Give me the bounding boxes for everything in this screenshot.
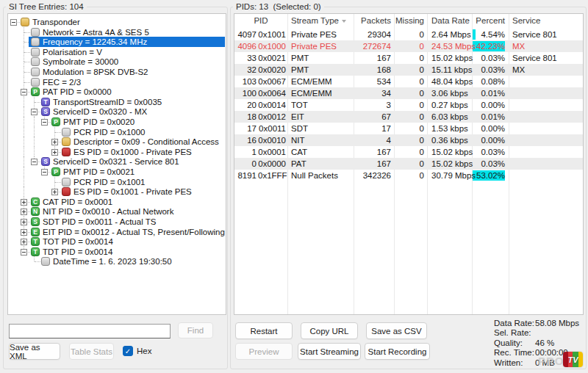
pid-row[interactable]: 200x0014TOT300.27 kbps0.00% [234, 99, 583, 111]
tree-item[interactable]: SSDT PID = 0x0011 - Actual TS [8, 217, 226, 227]
expand-toggle-icon[interactable] [21, 199, 27, 206]
pid-row[interactable]: 330x0021PMT167015.02 kbps0.03%Service 80… [234, 52, 583, 64]
column-header-data-rate[interactable]: Data Rate [431, 14, 472, 28]
expand-toggle-icon[interactable] [21, 219, 27, 225]
pid-row[interactable]: 1000x0064ECM/EMM3403.06 kbps0.01% [234, 87, 583, 99]
pid-table: PIDStream TypePacketsMissingData RatePer… [234, 13, 584, 315]
collapse-toggle-icon[interactable] [21, 89, 27, 95]
tree-item[interactable]: ES PID = 0x1001 - Private PES [8, 186, 226, 197]
column-header-stream-type[interactable]: Stream Type [291, 14, 343, 28]
cell-pid-hex: 0x0020 [258, 64, 286, 76]
tree-item[interactable]: TTDT PID = 0x0014 [8, 247, 226, 257]
tree-connector [55, 132, 61, 134]
tree-connector [38, 112, 40, 113]
save-as-xml-button[interactable]: Save as XML [9, 343, 60, 360]
tree-connector [24, 147, 25, 157]
tree-item[interactable]: PPMT PID = 0x0021 [8, 167, 226, 177]
pid-row[interactable]: 180x0012EIT6706.03 kbps0.01% [234, 111, 583, 123]
pid-row[interactable]: 40960x1000Private PES272674024.53 Mbps42… [234, 40, 583, 52]
collapse-toggle-icon[interactable] [31, 109, 37, 115]
collapse-toggle-icon[interactable] [41, 169, 48, 175]
pid-row[interactable]: 10x0001CAT167015.02 kbps0.03% [234, 146, 583, 158]
tree-item[interactable]: Symbolrate = 30000 [8, 57, 226, 67]
tree-connector [34, 127, 35, 137]
collapse-toggle-icon[interactable] [21, 249, 27, 256]
tree-item[interactable]: Transponder [8, 17, 226, 27]
tree-item[interactable]: CCAT PID = 0x0001 [8, 197, 226, 207]
expand-toggle-icon[interactable] [21, 239, 27, 245]
collapse-toggle-icon[interactable] [31, 159, 37, 165]
tree-item[interactable]: SServiceID = 0x0321 - Service 801 [8, 156, 226, 167]
tree-connector [34, 147, 35, 157]
tree-item-label: PCR PID = 0x1001 [74, 177, 145, 187]
expand-toggle-icon[interactable] [21, 229, 27, 236]
cell-pid-dec: 20 [234, 99, 257, 111]
tree-item[interactable]: Polarisation = V [8, 47, 226, 57]
collapse-toggle-icon[interactable] [41, 119, 48, 126]
expand-toggle-icon[interactable] [51, 149, 58, 156]
pid-row[interactable]: 160x0010NIT400.36 kbps0.00% [234, 134, 583, 146]
table-stats-button[interactable]: Table Stats [69, 343, 114, 360]
cell-pid-dec: 16 [234, 134, 257, 146]
pid-table-p-icon: P [51, 167, 60, 176]
hex-checkbox[interactable]: ✓ [123, 346, 133, 356]
tv-logo-icon: TV [563, 352, 583, 367]
pid-row[interactable]: 170x0011SDT1701.53 kbps0.00% [234, 123, 583, 134]
column-header-missing[interactable]: Missing [394, 14, 424, 28]
save-as-csv-button[interactable]: Save as CSV [366, 322, 427, 339]
find-button[interactable]: Find [178, 322, 213, 338]
copy-url-button[interactable]: Copy URL [301, 322, 358, 339]
pid-row[interactable]: 320x0020PMT168015.11 kbps0.03%MX [234, 64, 583, 76]
tree-item[interactable]: FEC = 2/3 [8, 77, 226, 87]
expand-toggle-icon[interactable] [51, 139, 58, 145]
tree-connector [24, 77, 25, 82]
tree-item-label: PMT PID = 0x0020 [63, 117, 135, 127]
column-header-service[interactable]: Service [512, 14, 578, 28]
tree-item[interactable]: TTransportStreamID = 0x0035 [8, 97, 226, 107]
tree-item[interactable]: Network = Astra 4A & SES 5 [8, 27, 226, 37]
expand-toggle-icon[interactable] [51, 189, 58, 195]
tree-connector [24, 177, 25, 187]
tree-item-label: EIT PID = 0x0012 - Actual TS, Present/Fo… [43, 227, 225, 237]
tree-item[interactable]: EEIT PID = 0x0012 - Actual TS, Present/F… [8, 227, 226, 237]
tree-item[interactable]: PCR PID = 0x1001 [8, 177, 226, 187]
pid-row[interactable]: 1030x0067ECM/EMM534048.04 kbps0.08% [234, 76, 583, 87]
stat-quality-value: 46 % [535, 338, 554, 348]
cell-service: MX [512, 64, 580, 76]
tree-connector [24, 167, 25, 177]
cell-pid-dec: 18 [234, 111, 257, 123]
pid-row[interactable]: 81910x1FFFNull Packets342326030.79 Mbps5… [234, 170, 583, 181]
tree-item[interactable]: TTOT PID = 0x0014 [8, 236, 226, 247]
tree-item-label: TDT PID = 0x0014 [43, 247, 112, 257]
tree-item[interactable]: PCR PID = 0x1000 [8, 127, 226, 137]
preview-button[interactable]: Preview [235, 343, 293, 360]
expand-toggle-icon[interactable] [21, 209, 27, 215]
tot-tdt-icon: T [31, 237, 40, 246]
stat-data-rate-label: Data Rate: [494, 319, 534, 328]
item-icon [31, 78, 40, 87]
tree-item[interactable]: Descriptor = 0x09 - Conditional Access [8, 137, 226, 147]
tree-item[interactable]: NNIT PID = 0x0010 - Actual Network [8, 206, 226, 217]
tree-item[interactable]: SServiceID = 0x0320 - MX [8, 106, 226, 117]
si-tree: TransponderNetwork = Astra 4A & SES 5Fre… [7, 13, 226, 315]
tree-item[interactable]: Modulation = 8PSK DVB-S2 [8, 67, 226, 77]
cell-data-rate: 24.53 Mbps [431, 40, 471, 52]
start-streaming-button[interactable]: Start Streaming [298, 343, 361, 360]
tree-item[interactable]: DateTime = 1. 6. 2023 19:30:50 [8, 256, 226, 267]
item-icon [62, 128, 71, 137]
start-recording-button[interactable]: Start Recording [365, 343, 430, 360]
column-header-packets[interactable]: Packets [354, 14, 391, 28]
tree-item-label: PAT PID = 0x0000 [43, 87, 112, 97]
tree-item[interactable]: Frequency = 12245.34 MHz [8, 37, 226, 47]
column-header-percent[interactable]: Percent [472, 14, 505, 28]
collapse-toggle-icon[interactable] [10, 19, 17, 26]
pid-row[interactable]: 00x0000PAT167015.02 kbps0.03% [234, 158, 583, 170]
tree-item[interactable]: PPAT PID = 0x0000 [8, 87, 226, 97]
column-header-pid[interactable]: PID [234, 14, 287, 28]
tree-item[interactable]: PPMT PID = 0x0020 [8, 117, 226, 127]
find-input[interactable] [9, 324, 171, 338]
restart-button[interactable]: Restart [235, 322, 293, 339]
cell-pid-dec: 33 [234, 52, 257, 64]
pid-row[interactable]: 40970x1001Private PES2930402.64 Mbps4.54… [234, 29, 583, 40]
tree-item[interactable]: ES PID = 0x1000 - Private PES [8, 147, 226, 157]
